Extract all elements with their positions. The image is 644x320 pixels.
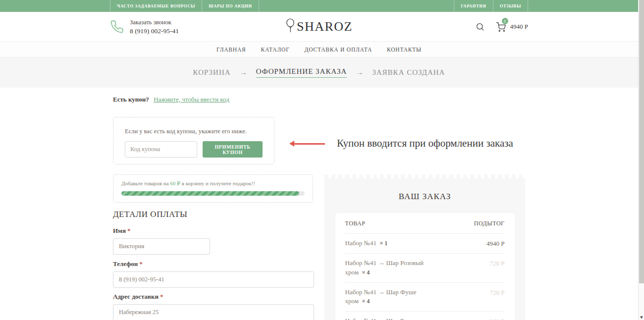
phone-icon	[110, 20, 124, 34]
col-subtotal: ПОДЫТОГ	[474, 220, 505, 227]
callback-label: Заказать звонок	[130, 18, 179, 27]
item-price: 720 Р	[490, 260, 505, 267]
nav-contacts[interactable]: КОНТАКТЫ	[387, 47, 422, 53]
order-title: ВАШ ЗАКАЗ	[324, 192, 525, 202]
gift-progress-track	[121, 191, 305, 196]
annotation-text: Купон вводится при оформлении заказа	[337, 137, 513, 150]
checkout-steps: КОРЗИНА → ОФОРМЛЕНИЕ ЗАКАЗА → ЗАЯВКА СОЗ…	[0, 57, 638, 88]
step-arrow-icon: →	[240, 68, 247, 77]
field-name-label: Имя*	[113, 227, 131, 234]
cart-count-badge: 1	[502, 18, 508, 24]
coupon-toggle-link[interactable]: Нажмите, чтобы ввести код	[154, 96, 229, 103]
name-input[interactable]	[113, 238, 210, 255]
gift-progress-fill	[121, 191, 299, 196]
step-cart[interactable]: КОРЗИНА	[193, 68, 231, 77]
callback-block[interactable]: Заказать звонок 8 (919) 002-95-41	[110, 18, 179, 35]
step-created: ЗАЯВКА СОЗДАНА	[372, 68, 445, 77]
order-item-row: Набор №41 × 1 4940 Р	[345, 234, 505, 254]
gift-progress-box: Добавьте товаров на 60 ₽ в корзину и пол…	[113, 174, 313, 203]
receipt-edge	[324, 174, 525, 178]
main-content: Есть купон? Нажмите, чтобы ввести код Ес…	[0, 88, 638, 320]
field-address-label: Адрес доставки*	[113, 293, 163, 300]
required-mark: *	[139, 260, 143, 267]
coupon-question-row: Есть купон? Нажмите, чтобы ввести код	[113, 96, 229, 104]
nav-delivery[interactable]: ДОСТАВКА И ОПЛАТА	[305, 47, 372, 53]
step-arrow-icon: →	[356, 68, 363, 77]
address-input[interactable]	[113, 304, 314, 320]
scrollbar-down-arrow-icon[interactable]: ▼	[639, 316, 644, 320]
field-phone-label: Телефон*	[113, 260, 143, 267]
item-name: Набор №41 → Шар Розовый хром	[345, 259, 424, 276]
order-card: ТОВАР ПОДЫТОГ Набор №41 × 1 4940 Р Набор…	[335, 213, 515, 320]
scrollbar-thumb[interactable]	[639, 0, 644, 283]
order-item-row: Набор №41 → Шар Розовое Золото хром × 2 …	[345, 312, 505, 320]
topbar-link-sale-balloons[interactable]: ШАРЫ ПО АКЦИИ	[202, 0, 259, 12]
order-item-row: Набор №41 → Шар Розовый хром × 4 720 Р	[345, 254, 505, 283]
search-icon[interactable]	[476, 22, 484, 31]
required-mark: *	[127, 227, 131, 234]
coupon-hint: Если у вас есть код купона, укажите его …	[125, 128, 263, 135]
cart-button[interactable]: 1 4940 Р	[495, 21, 528, 32]
field-address: Адрес доставки*	[113, 292, 314, 320]
required-mark: *	[160, 293, 163, 300]
topbar-link-reviews[interactable]: ОТЗЫВЫ	[493, 0, 528, 12]
phone-number: 8 (919) 002-95-41	[130, 27, 179, 35]
phone-input[interactable]	[113, 271, 314, 288]
balloon-icon	[285, 18, 296, 35]
logo-text: SHAROZ	[297, 20, 353, 33]
topbar-right-links: ГАРАНТИЯ ОТЗЫВЫ	[454, 0, 528, 12]
item-qty: × 4	[362, 269, 370, 276]
col-product: ТОВАР	[345, 220, 366, 227]
topbar-left-links: ЧАСТО ЗАДАВАЕМЫЕ ВОПРОСЫ ШАРЫ ПО АКЦИИ	[110, 0, 259, 12]
coupon-box: Если у вас есть код купона, укажите его …	[113, 117, 274, 164]
page: ЧАСТО ЗАДАВАЕМЫЕ ВОПРОСЫ ШАРЫ ПО АКЦИИ Г…	[0, 0, 644, 320]
field-name: Имя*	[113, 226, 210, 255]
header: Заказать звонок 8 (919) 002-95-41 SHAROZ	[0, 12, 638, 42]
item-qty: × 1	[379, 240, 387, 247]
item-price: 4940 Р	[486, 240, 504, 248]
item-price: 360 Р	[490, 318, 505, 320]
topbar-link-faq[interactable]: ЧАСТО ЗАДАВАЕМЫЕ ВОПРОСЫ	[110, 0, 202, 12]
topbar: ЧАСТО ЗАДАВАЕМЫЕ ВОПРОСЫ ШАРЫ ПО АКЦИИ Г…	[0, 0, 638, 12]
main-nav: ГЛАВНАЯ КАТАЛОГ ДОСТАВКА И ОПЛАТА КОНТАК…	[0, 42, 638, 57]
coupon-code-input[interactable]	[125, 141, 197, 158]
item-name: Набор №41 → Шар Фуше хром	[345, 288, 417, 305]
item-qty: × 4	[362, 298, 370, 305]
annotation: Купон вводится при оформлении заказа	[291, 137, 513, 150]
order-summary-panel: ВАШ ЗАКАЗ ТОВАР ПОДЫТОГ Набор №41 × 1 49…	[324, 174, 525, 320]
topbar-link-warranty[interactable]: ГАРАНТИЯ	[454, 0, 493, 12]
apply-coupon-button[interactable]: ПРИМЕНИТЬ КУПОН	[203, 141, 263, 158]
item-price: 720 Р	[490, 289, 505, 297]
item-name: Набор №41 → Шар Розовое Золото хром	[345, 317, 422, 320]
billing-title: ДЕТАЛИ ОПЛАТЫ	[113, 210, 187, 219]
gift-amount: 60 ₽	[170, 180, 180, 186]
coupon-question: Есть купон?	[113, 96, 149, 103]
gift-text: Добавьте товаров на 60 ₽ в корзину и пол…	[121, 180, 305, 187]
nav-home[interactable]: ГЛАВНАЯ	[216, 47, 246, 53]
order-table-header: ТОВАР ПОДЫТОГ	[345, 213, 505, 234]
scrollbar[interactable]: ▼	[638, 0, 644, 320]
field-phone: Телефон*	[113, 259, 314, 288]
nav-catalog[interactable]: КАТАЛОГ	[261, 47, 290, 53]
annotation-arrow-icon	[291, 143, 325, 145]
item-name: Набор №41	[345, 239, 376, 247]
order-item-row: Набор №41 → Шар Фуше хром × 4 720 Р	[345, 283, 505, 312]
logo[interactable]: SHAROZ	[285, 18, 353, 35]
step-checkout[interactable]: ОФОРМЛЕНИЕ ЗАКАЗА	[256, 67, 347, 78]
cart-total: 4940 Р	[510, 23, 528, 31]
